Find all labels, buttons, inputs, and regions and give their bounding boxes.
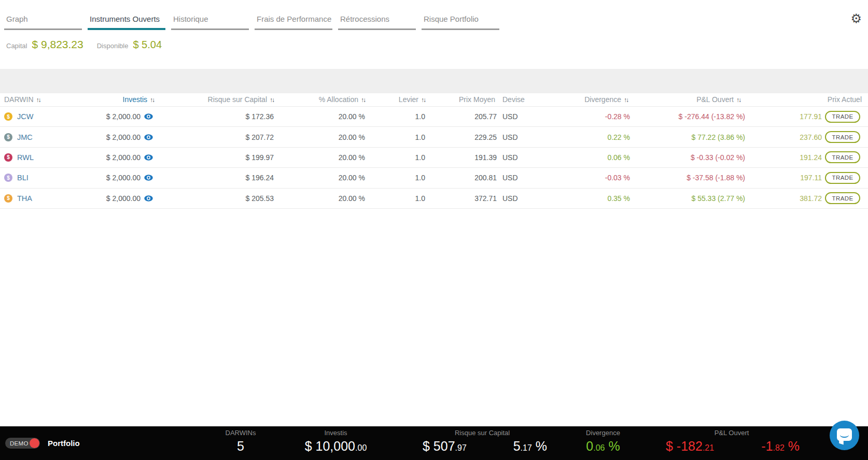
- sort-icon[interactable]: [270, 95, 274, 104]
- demo-toggle-label: DEMO: [10, 440, 29, 447]
- prix-actuel-value: 197.11: [745, 168, 822, 188]
- sort-icon[interactable]: [624, 95, 628, 104]
- eye-icon[interactable]: [144, 154, 153, 161]
- tab-risque-portfolio[interactable]: Risque Portfolio: [422, 13, 499, 30]
- pnl-total-amount: $ -182.21: [666, 439, 714, 454]
- eye-icon[interactable]: [144, 175, 153, 181]
- darwin-ticker-link[interactable]: JMC: [17, 133, 33, 141]
- tab-instruments-ouverts[interactable]: Instruments Ouverts: [88, 13, 165, 30]
- capital-label: Capital: [6, 42, 27, 50]
- trade-button[interactable]: TRADE: [825, 151, 860, 163]
- column-header-devise: Devise: [497, 93, 529, 106]
- prix-moyen-value: 200.81: [426, 168, 497, 188]
- darwins-count: 5: [209, 439, 272, 454]
- trade-button[interactable]: TRADE: [825, 131, 860, 143]
- pnl-total-percent: -1.82 %: [761, 439, 800, 454]
- column-header-prix-actuel: Prix Actuel: [745, 93, 868, 106]
- column-header-divergence: Divergence: [529, 93, 630, 106]
- risque-capital-value: $ 196.24: [156, 168, 275, 188]
- prix-actuel-value: 177.91: [745, 107, 822, 126]
- tab-retrocessions[interactable]: Rétrocessions: [338, 13, 416, 30]
- sort-icon[interactable]: [361, 95, 365, 104]
- footer-stat-risque: Risque sur Capital $ 507.97 5.17 %: [397, 429, 568, 454]
- trade-button[interactable]: TRADE: [825, 172, 860, 184]
- divergence-value: 0.22 %: [529, 127, 630, 147]
- devise-value: USD: [497, 107, 529, 126]
- levier-value: 1.0: [366, 107, 426, 126]
- settings-gear-icon[interactable]: [850, 12, 862, 25]
- table-row: $BLI $ 2,000.00 $ 196.24 20.00 % 1.0 200…: [0, 167, 868, 188]
- footer-stat-darwins: DARWINs 5: [209, 429, 272, 454]
- darwin-badge-icon: $: [4, 133, 12, 141]
- darwin-badge-icon: $: [4, 153, 12, 162]
- levier-value: 1.0: [366, 127, 426, 147]
- allocation-value: 20.00 %: [275, 148, 366, 167]
- prix-actuel-value: 237.60: [745, 127, 822, 147]
- risque-capital-value: $ 172.36: [156, 107, 275, 126]
- risque-total-amount: $ 507.97: [423, 439, 467, 454]
- column-header-pnl-ouvert: P&L Ouvert: [630, 93, 745, 106]
- table-row: $RWL $ 2,000.00 $ 199.97 20.00 % 1.0 191…: [0, 147, 868, 167]
- divergence-value: 0.06 %: [529, 148, 630, 167]
- investis-value: $ 2,000.00: [106, 153, 141, 162]
- capital-value: $ 9,823.23: [32, 38, 83, 51]
- darwin-ticker-link[interactable]: THA: [17, 194, 32, 203]
- pnl-ouvert-value: $ -276.44 (-13.82 %): [630, 107, 745, 126]
- demo-toggle-knob[interactable]: [30, 438, 39, 448]
- sort-icon[interactable]: [421, 95, 425, 104]
- devise-value: USD: [497, 127, 529, 147]
- risque-capital-value: $ 205.53: [156, 189, 275, 208]
- pnl-ouvert-value: $ -0.33 (-0.02 %): [630, 148, 745, 167]
- filter-band: [0, 69, 868, 93]
- tab-graph[interactable]: Graph: [4, 13, 82, 30]
- tab-frais-de-performance[interactable]: Frais de Performance: [255, 13, 332, 30]
- prix-actuel-value: 191.24: [745, 148, 822, 167]
- column-header-investis: Investis: [83, 93, 156, 106]
- table-body: $JCW $ 2,000.00 $ 172.36 20.00 % 1.0 205…: [0, 106, 868, 209]
- prix-moyen-value: 205.77: [426, 107, 497, 126]
- trade-button[interactable]: TRADE: [825, 111, 860, 123]
- darwin-badge-icon: $: [4, 112, 12, 121]
- portfolio-page: Graph Instruments Ouverts Historique Fra…: [0, 0, 868, 460]
- capital-summary: Capital $ 9,823.23 Disponible $ 5.04: [6, 38, 162, 51]
- tab-bar: Graph Instruments Ouverts Historique Fra…: [4, 13, 499, 30]
- prix-moyen-value: 229.25: [426, 127, 497, 147]
- column-header-risque: Risque sur Capital: [156, 93, 275, 106]
- column-header-prix-moyen: Prix Moyen: [426, 93, 497, 106]
- trade-button[interactable]: TRADE: [825, 192, 860, 204]
- footer-stat-pnl: P&L Ouvert $ -182.21 -1.82 %: [654, 429, 809, 454]
- disponible-label: Disponible: [97, 42, 129, 50]
- sort-icon[interactable]: [736, 95, 740, 104]
- table-row: $THA $ 2,000.00 $ 205.53 20.00 % 1.0 372…: [0, 188, 868, 209]
- levier-value: 1.0: [366, 168, 426, 188]
- eye-icon[interactable]: [144, 195, 153, 202]
- devise-value: USD: [497, 168, 529, 188]
- prix-actuel-value: 381.72: [745, 189, 822, 208]
- allocation-value: 20.00 %: [275, 189, 366, 208]
- demo-account-toggle[interactable]: DEMO: [5, 438, 40, 449]
- levier-value: 1.0: [366, 189, 426, 208]
- allocation-value: 20.00 %: [275, 127, 366, 147]
- investis-value: $ 2,000.00: [106, 194, 141, 203]
- investis-total: $ 10,000.00: [283, 439, 389, 454]
- table-header: DARWIN Investis Risque sur Capital % All…: [0, 93, 868, 106]
- divergence-total: 0.06 %: [571, 439, 635, 454]
- chat-support-button[interactable]: [830, 421, 859, 450]
- divergence-value: -0.03 %: [529, 168, 630, 188]
- table-row: $JMC $ 2,000.00 $ 207.72 20.00 % 1.0 229…: [0, 126, 868, 147]
- pnl-ouvert-value: $ 77.22 (3.86 %): [630, 127, 745, 147]
- table-row: $JCW $ 2,000.00 $ 172.36 20.00 % 1.0 205…: [0, 106, 868, 126]
- darwin-ticker-link[interactable]: JCW: [17, 112, 33, 121]
- sort-icon[interactable]: [150, 95, 154, 104]
- prix-moyen-value: 191.39: [426, 148, 497, 167]
- eye-icon[interactable]: [144, 113, 153, 120]
- divergence-value: 0.35 %: [529, 189, 630, 208]
- tab-historique[interactable]: Historique: [171, 13, 249, 30]
- disponible-value: $ 5.04: [133, 39, 162, 51]
- darwin-ticker-link[interactable]: RWL: [17, 153, 34, 162]
- eye-icon[interactable]: [144, 134, 153, 140]
- darwin-ticker-link[interactable]: BLI: [17, 174, 29, 182]
- account-status-bar: DEMO Portfolio DARWINs 5 Investis $ 10,0…: [0, 426, 868, 460]
- sort-icon[interactable]: [36, 95, 40, 104]
- column-header-darwin: DARWIN: [0, 93, 83, 106]
